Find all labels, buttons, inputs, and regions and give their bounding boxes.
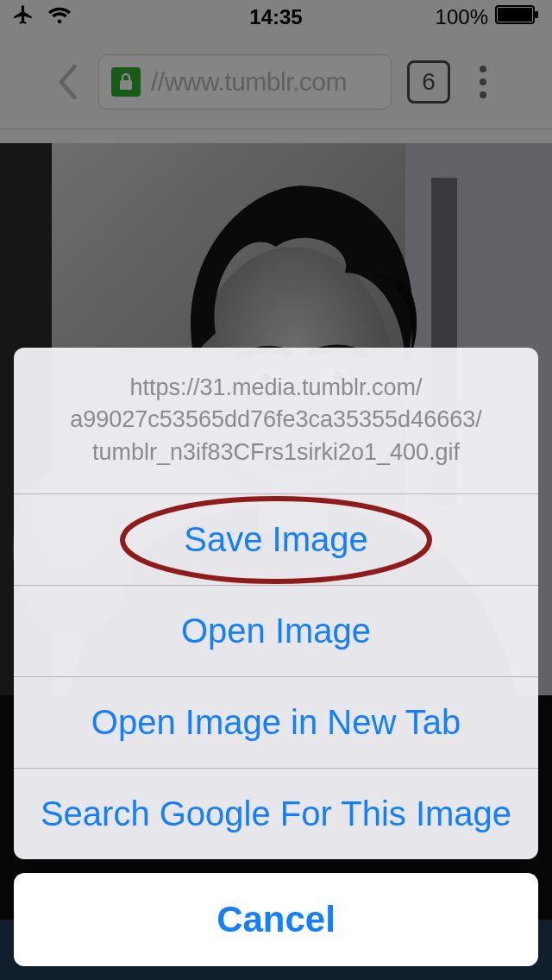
action-open-image[interactable]: Open Image: [14, 585, 538, 676]
action-open-new-tab[interactable]: Open Image in New Tab: [14, 676, 538, 768]
action-sheet-title: https://31.media.tumblr.com/ a99027c5356…: [14, 348, 538, 493]
action-label-open-image: Open Image: [181, 612, 371, 650]
action-save-image[interactable]: Save Image: [14, 493, 538, 585]
action-cancel[interactable]: Cancel: [14, 873, 538, 966]
action-sheet-title-line3: tumblr_n3if83CFrs1sirki2o1_400.gif: [40, 437, 512, 469]
action-sheet-title-line2: a99027c53565dd76fe3ca35355d46663/: [40, 404, 512, 437]
action-sheet-title-line1: https://31.media.tumblr.com/: [40, 372, 512, 405]
action-label-search-google: Search Google For This Image: [41, 795, 511, 832]
action-label-save-image: Save Image: [184, 520, 367, 558]
action-sheet: https://31.media.tumblr.com/ a99027c5356…: [14, 348, 538, 966]
action-label-cancel: Cancel: [216, 899, 336, 939]
action-search-google[interactable]: Search Google For This Image: [14, 768, 538, 859]
action-label-open-new-tab: Open Image in New Tab: [91, 703, 461, 741]
